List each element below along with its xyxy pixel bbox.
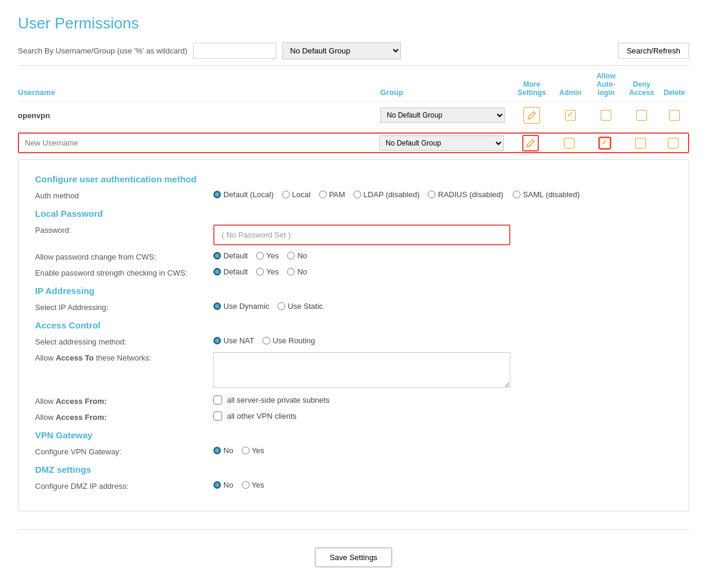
auth-radio-group: Default (Local) Local PAM LDAP (disabled…: [213, 190, 503, 199]
access-to-textarea-wrap[interactable]: [213, 352, 510, 390]
allow-pw-yes[interactable]: Yes: [256, 251, 279, 260]
access-from1-text: all server-side private subnets: [227, 396, 330, 404]
access-from2-text: all other VPN clients: [227, 412, 296, 421]
group-cell[interactable]: No Default Group: [380, 108, 511, 123]
pw-strength-row: Enable password strength checking in CWS…: [35, 267, 672, 277]
dmz-label: Configure DMZ IP address:: [35, 480, 213, 491]
search-group-select[interactable]: No Default Group: [282, 42, 401, 59]
col-header-deny-access: Deny Access: [624, 80, 659, 97]
dmz-settings-section: DMZ settings Configure DMZ IP address: N…: [35, 464, 672, 491]
allow-access-from1-row: Allow Access From: all server-side priva…: [35, 396, 672, 406]
pw-strength-default[interactable]: Default: [213, 267, 248, 276]
allow-access-to-row: Allow Access To these Networks:: [35, 352, 672, 390]
auth-option-saml[interactable]: SAML (disabled): [513, 190, 580, 199]
password-field-wrap[interactable]: ( No Password Set ): [213, 225, 510, 245]
vpn-gateway-yes[interactable]: Yes: [242, 446, 264, 455]
auth-option-local[interactable]: Local: [282, 190, 311, 199]
delete-cell[interactable]: [659, 110, 689, 121]
access-from1-checkbox[interactable]: [213, 396, 222, 404]
allow-access-to-label: Allow Access To these Networks:: [35, 352, 213, 362]
col-header-more-settings: More Settings: [511, 80, 553, 97]
edit-icon: [527, 110, 536, 120]
group-select[interactable]: No Default Group: [380, 108, 505, 123]
vpn-gateway-title: VPN Gateway: [35, 430, 672, 440]
new-username-input[interactable]: [19, 134, 379, 152]
vpn-gateway-controls: No Yes: [213, 446, 264, 455]
allow-access-from2-row: Allow Access From: all other VPN clients: [35, 412, 672, 422]
vpn-gateway-label: Configure VPN Gateway:: [35, 446, 213, 456]
pw-strength-label: Enable password strength checking in CWS…: [35, 267, 213, 277]
footer: Save Settings: [18, 529, 689, 585]
pw-strength-controls: Default Yes No: [213, 267, 307, 276]
autologin-checkbox[interactable]: [601, 110, 611, 121]
local-password-section: Local Password Password: ( No Password S…: [35, 208, 672, 277]
deny-checkbox[interactable]: [636, 110, 647, 121]
allow-pw-change-label: Allow password change from CWS:: [35, 251, 213, 261]
new-user-row: No Default Group: [18, 132, 689, 153]
password-label: Password:: [35, 225, 213, 235]
auth-option-pam[interactable]: PAM: [319, 190, 345, 199]
new-user-deny-checkbox[interactable]: [635, 138, 646, 148]
dmz-settings-title: DMZ settings: [35, 464, 672, 475]
ip-addressing-title: IP Addressing: [35, 286, 672, 296]
pw-strength-yes[interactable]: Yes: [256, 267, 279, 276]
search-bar: Search By Username/Group (use '%' as wil…: [18, 42, 689, 59]
addressing-method-label: Select addressing method:: [35, 336, 213, 346]
new-user-admin-checkbox[interactable]: [564, 138, 575, 148]
allow-pw-change-row: Allow password change from CWS: Default …: [35, 251, 672, 261]
new-user-autologin-checkbox[interactable]: [599, 138, 610, 148]
admin-cell[interactable]: [553, 110, 588, 121]
col-header-autologin: Allow Auto- login: [588, 72, 624, 97]
allow-pw-change-controls: Default Yes No: [213, 251, 307, 260]
new-user-more-settings-button[interactable]: [522, 135, 539, 151]
table-header: Username Group More Settings Admin Allow…: [18, 66, 689, 102]
auth-radio-group-saml: SAML (disabled): [513, 190, 580, 199]
access-control-title: Access Control: [35, 320, 672, 330]
auth-method-label: Auth method: [35, 190, 213, 200]
dmz-controls: No Yes: [213, 480, 264, 489]
dmz-no[interactable]: No: [213, 480, 233, 489]
vpn-gateway-section: VPN Gateway Configure VPN Gateway: No Ye…: [35, 430, 672, 456]
addressing-method-controls: Use NAT Use Routing: [213, 336, 315, 345]
allow-access-from2-controls: all other VPN clients: [213, 412, 296, 421]
use-nat[interactable]: Use NAT: [213, 336, 254, 345]
ip-addressing-row: Select IP Addressing: Use Dynamic Use St…: [35, 302, 672, 312]
deny-cell[interactable]: [624, 110, 659, 121]
ip-static[interactable]: Use Static: [277, 302, 323, 311]
password-row: Password: ( No Password Set ): [35, 225, 672, 245]
admin-checkbox[interactable]: [565, 110, 576, 121]
edit-icon: [526, 138, 535, 148]
allow-access-from1-label: Allow Access From:: [35, 396, 213, 406]
table-row: openvpn No Default Group: [18, 102, 689, 129]
more-settings-button[interactable]: [523, 107, 540, 124]
search-input[interactable]: [193, 43, 276, 59]
vpn-gateway-no[interactable]: No: [213, 446, 233, 455]
allow-pw-default[interactable]: Default: [213, 251, 248, 260]
access-to-textarea[interactable]: [213, 352, 510, 388]
new-user-group-select[interactable]: No Default Group: [379, 135, 504, 151]
save-settings-button[interactable]: Save Settings: [315, 548, 392, 567]
more-settings-cell[interactable]: [511, 107, 553, 124]
access-control-section: Access Control Select addressing method:…: [35, 320, 672, 422]
use-routing[interactable]: Use Routing: [263, 336, 315, 345]
autologin-cell[interactable]: [588, 110, 624, 121]
vpn-gateway-row: Configure VPN Gateway: No Yes: [35, 446, 672, 456]
new-user-delete-checkbox[interactable]: [668, 138, 678, 148]
addressing-method-row: Select addressing method: Use NAT Use Ro…: [35, 336, 672, 346]
ip-addressing-section: IP Addressing Select IP Addressing: Use …: [35, 286, 672, 312]
ip-dynamic[interactable]: Use Dynamic: [213, 302, 269, 311]
auth-option-default-local[interactable]: Default (Local): [213, 190, 274, 199]
password-display[interactable]: ( No Password Set ): [213, 225, 510, 245]
pw-strength-no[interactable]: No: [287, 267, 307, 276]
allow-access-from2-label: Allow Access From:: [35, 412, 213, 422]
allow-pw-no[interactable]: No: [287, 251, 307, 260]
auth-option-ldap[interactable]: LDAP (disabled): [354, 190, 419, 199]
search-refresh-button[interactable]: Search/Refresh: [618, 43, 689, 59]
access-from2-checkbox[interactable]: [213, 412, 222, 421]
col-header-group: Group: [380, 88, 511, 97]
auth-option-radius[interactable]: RADIUS (disabled): [428, 190, 503, 199]
search-label: Search By Username/Group (use '%' as wil…: [18, 46, 187, 55]
delete-checkbox[interactable]: [669, 110, 680, 121]
dmz-yes[interactable]: Yes: [242, 480, 264, 489]
ip-addressing-label: Select IP Addressing:: [35, 302, 213, 312]
